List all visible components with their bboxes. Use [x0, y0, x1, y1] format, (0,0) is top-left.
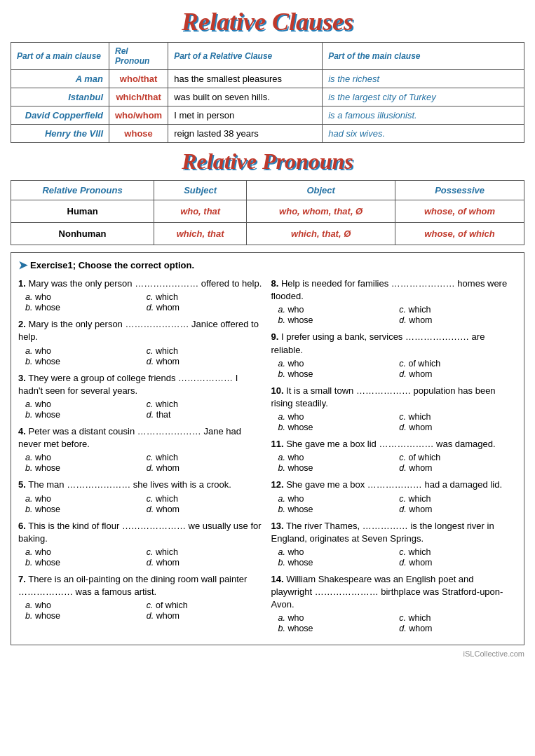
option: d. whom [147, 357, 264, 366]
option: d. whom [399, 558, 517, 568]
section2-title: Relative Pronouns [11, 149, 524, 174]
watermark: iSLCollective.com [11, 650, 524, 658]
option-letter: c. [399, 494, 406, 504]
question-num: 1. [18, 278, 26, 289]
t1-col2: whose [109, 125, 168, 143]
question-text: 11. She gave me a box lid ……………… was dam… [271, 438, 517, 451]
option-letter: c. [399, 453, 406, 462]
option: a. who [25, 453, 143, 462]
option: b. whose [278, 463, 396, 473]
question-num: 6. [18, 521, 26, 531]
question-num: 12. [271, 479, 284, 490]
t2-possessive: whose, of whom [395, 200, 524, 223]
table2-header: Possessive [395, 181, 524, 200]
question-num: 11. [271, 439, 284, 449]
option-letter: c. [147, 292, 154, 302]
option-letter: a. [25, 600, 32, 610]
option: c. which [399, 412, 517, 422]
option-letter: b. [25, 558, 32, 568]
exercise-col-right: 8. Help is needed for families ………………… h… [271, 277, 517, 639]
option: b. whose [25, 504, 143, 514]
question-text: 2. Mary is the only person ………………… Janic… [18, 318, 264, 343]
question-options: a. whoc. of whichb. whosed. whom [278, 359, 517, 379]
option: a. who [25, 399, 143, 409]
option-letter: b. [25, 504, 32, 514]
option-letter: a. [25, 547, 32, 557]
option: b. whose [278, 422, 396, 432]
option-letter: a. [25, 494, 32, 504]
option-letter: a. [25, 399, 32, 409]
option-letter: c. [399, 613, 406, 623]
option-letter: d. [399, 624, 406, 633]
t1-col4: is the largest city of Turkey [323, 88, 524, 106]
question-text: 3. They were a group of college friends … [18, 372, 264, 397]
option-letter: c. [147, 600, 154, 610]
option: b. whose [278, 504, 396, 514]
question: 7. There is an oil-painting on the dinin… [18, 573, 264, 621]
option: d. whom [399, 422, 517, 432]
question-num: 14. [271, 574, 284, 584]
option-letter: b. [25, 463, 32, 473]
question-num: 10. [271, 385, 284, 396]
option: b. whose [25, 357, 143, 366]
option: d. whom [399, 463, 517, 473]
option-letter: b. [25, 410, 32, 420]
question-options: a. whoc. whichb. whosed. whom [278, 613, 517, 633]
question-num: 3. [18, 373, 26, 383]
arrow-icon: ➤ [18, 259, 27, 272]
question-options: a. whoc. whichb. whosed. whom [278, 547, 517, 568]
option-letter: a. [278, 547, 285, 557]
question: 2. Mary is the only person ………………… Janic… [18, 318, 264, 366]
question: 1. Mary was the only person ………………… offe… [18, 277, 264, 312]
t1-col3: has the smallest pleasures [168, 70, 323, 88]
question-num: 9. [271, 331, 279, 342]
question-text: 10. It is a small town ……………… population… [271, 385, 517, 410]
option-letter: d. [147, 611, 154, 621]
t1-col2: who/whom [109, 106, 168, 125]
question-options: a. whoc. whichb. whosed. whom [25, 346, 264, 366]
option: b. whose [25, 558, 143, 568]
question: 11. She gave me a box lid ……………… was dam… [271, 438, 517, 473]
option-letter: b. [278, 624, 285, 633]
t2-label: Nonhuman [11, 223, 154, 245]
option-letter: d. [147, 410, 154, 420]
question-options: a. whoc. whichb. whosed. whom [25, 292, 264, 312]
t2-subject: who, that [154, 200, 247, 223]
option: b. whose [278, 558, 396, 568]
option: d. whom [399, 624, 517, 633]
t1-col3: was built on seven hills. [168, 88, 323, 106]
question-num: 5. [18, 479, 26, 490]
t1-col3: reign lasted 38 years [168, 125, 323, 143]
option-letter: a. [25, 453, 32, 462]
option: c. of which [147, 600, 264, 610]
option-letter: b. [278, 369, 285, 379]
option-letter: d. [147, 504, 154, 514]
t2-subject: which, that [154, 223, 247, 245]
option: d. that [147, 410, 264, 420]
question-num: 4. [18, 426, 26, 437]
question-text: 13. The river Thames, …………… is the longe… [271, 520, 517, 545]
option-letter: b. [278, 315, 285, 325]
option: b. whose [25, 303, 143, 312]
question-text: 12. She gave me a box ……………… had a damag… [271, 479, 517, 491]
option: a. who [278, 412, 396, 422]
question: 9. I prefer using a bank, services ……………… [271, 331, 517, 378]
option-letter: b. [278, 504, 285, 514]
t1-header-4: Part of the main clause [323, 43, 524, 70]
option: c. of which [399, 359, 517, 369]
option-letter: c. [147, 453, 154, 462]
option: d. whom [399, 315, 517, 325]
option: b. whose [25, 463, 143, 473]
option-letter: a. [25, 292, 32, 302]
option-letter: b. [25, 303, 32, 312]
option: d. whom [147, 463, 264, 473]
option: c. which [147, 346, 264, 356]
table2-row: Human who, that who, whom, that, Ø whose… [11, 200, 524, 223]
option-letter: d. [399, 422, 406, 432]
option: a. who [25, 547, 143, 557]
option: a. who [278, 305, 396, 315]
option-letter: c. [147, 547, 154, 557]
option-letter: c. [147, 399, 154, 409]
question-options: a. whoc. whichb. whosed. whom [25, 494, 264, 514]
option-letter: c. [399, 359, 406, 369]
